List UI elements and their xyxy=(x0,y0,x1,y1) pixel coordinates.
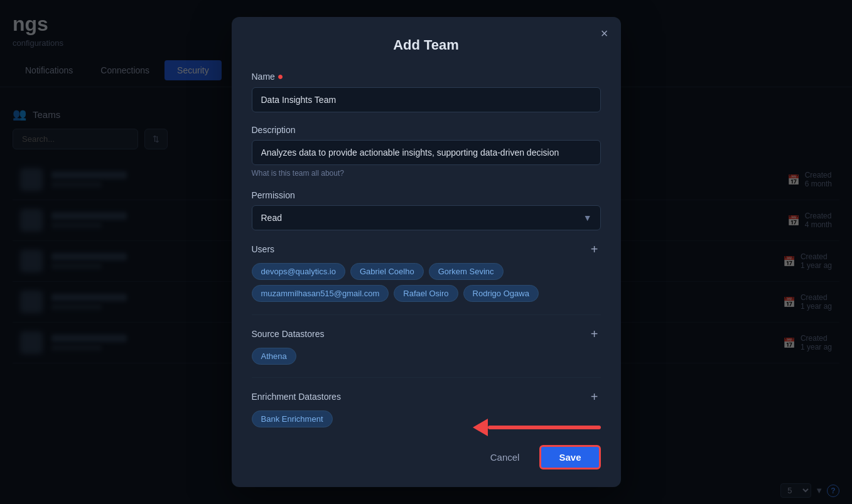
divider xyxy=(252,314,601,315)
save-button[interactable]: Save xyxy=(539,445,600,469)
source-datastores-tags: Athena xyxy=(252,348,601,365)
permission-label: Permission xyxy=(252,190,601,200)
source-datastores-header: Source Datastores + xyxy=(252,328,601,340)
name-input[interactable] xyxy=(252,87,601,112)
required-indicator: ● xyxy=(278,71,284,82)
user-tag[interactable]: Rafael Osiro xyxy=(394,285,458,302)
permission-select[interactable]: Read Write Admin xyxy=(252,205,601,230)
user-tag[interactable]: Gabriel Coelho xyxy=(350,263,424,280)
description-field-group: Description What is this team all about? xyxy=(252,125,601,178)
users-label: Users xyxy=(252,244,275,254)
source-datastores-label: Source Datastores xyxy=(252,329,325,339)
arrow-line xyxy=(488,426,601,429)
modal-footer: Cancel Save xyxy=(252,445,601,469)
divider xyxy=(252,377,601,378)
enrichment-datastore-tag[interactable]: Bank Enrichment xyxy=(252,410,333,427)
permission-field-group: Permission Read Write Admin ▼ xyxy=(252,190,601,230)
description-input[interactable] xyxy=(252,140,601,165)
users-tags: devops@qualytics.io Gabriel Coelho Gorke… xyxy=(252,263,601,302)
modal-overlay[interactable]: × Add Team Name ● Description What is th… xyxy=(0,0,852,504)
name-field-group: Name ● xyxy=(252,71,601,112)
user-tag[interactable]: Rodrigo Ogawa xyxy=(463,285,539,302)
name-label: Name ● xyxy=(252,71,601,82)
description-hint: What is this team all about? xyxy=(252,169,601,178)
user-tag[interactable]: devops@qualytics.io xyxy=(252,263,345,280)
close-button[interactable]: × xyxy=(601,27,608,40)
description-label: Description xyxy=(252,125,601,135)
users-field-group: Users + devops@qualytics.io Gabriel Coel… xyxy=(252,243,601,302)
enrichment-datastores-header: Enrichment Datastores + xyxy=(252,390,601,403)
arrow-head xyxy=(473,419,488,436)
add-enrichment-datastore-button[interactable]: + xyxy=(588,390,601,403)
user-tag[interactable]: Gorkem Sevinc xyxy=(429,263,504,280)
permission-select-wrapper: Read Write Admin ▼ xyxy=(252,205,601,230)
source-datastore-tag[interactable]: Athena xyxy=(252,348,296,365)
user-tag[interactable]: muzammilhasan515@gmail.com xyxy=(252,285,389,302)
users-section-header: Users + xyxy=(252,243,601,255)
add-source-datastore-button[interactable]: + xyxy=(588,328,601,340)
modal-title: Add Team xyxy=(252,37,601,53)
red-arrow-indicator xyxy=(473,419,601,436)
add-user-button[interactable]: + xyxy=(588,243,601,255)
cancel-button[interactable]: Cancel xyxy=(480,447,530,468)
source-datastores-field-group: Source Datastores + Athena xyxy=(252,328,601,365)
add-team-modal: × Add Team Name ● Description What is th… xyxy=(232,17,621,487)
enrichment-datastores-label: Enrichment Datastores xyxy=(252,392,341,402)
